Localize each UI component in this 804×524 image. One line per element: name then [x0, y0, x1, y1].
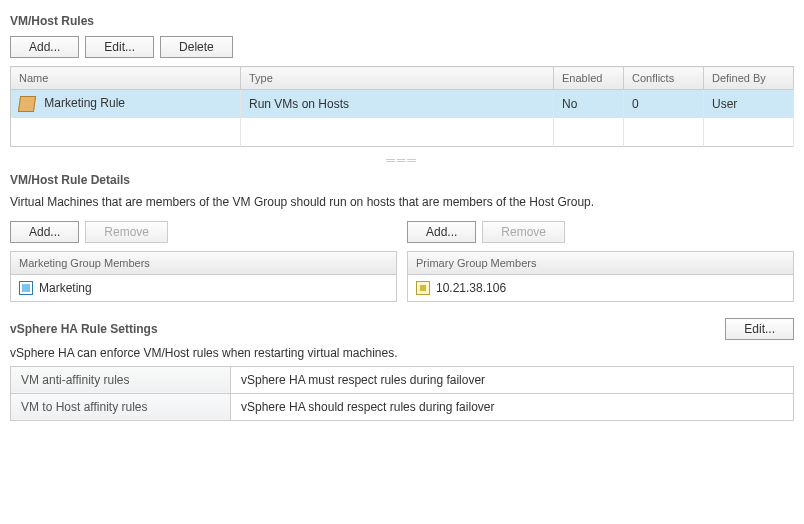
- edit-rule-button[interactable]: Edit...: [85, 36, 154, 58]
- rules-table: Name Type Enabled Conflicts Defined By M…: [10, 66, 794, 147]
- ha-row-key: VM to Host affinity rules: [11, 393, 231, 420]
- col-type[interactable]: Type: [241, 67, 554, 90]
- vmgroup-remove-button: Remove: [85, 221, 168, 243]
- ha-row-value: vSphere HA must respect rules during fai…: [231, 366, 794, 393]
- rule-name: Marketing Rule: [44, 96, 125, 110]
- delete-rule-button[interactable]: Delete: [160, 36, 233, 58]
- vmgroup-header: Marketing Group Members: [11, 252, 396, 275]
- rule-conflicts: 0: [624, 90, 704, 119]
- rule-details-description: Virtual Machines that are members of the…: [10, 195, 794, 209]
- splitter-grip-icon[interactable]: ═══: [10, 153, 794, 167]
- list-item[interactable]: 10.21.38.106: [408, 275, 793, 301]
- rule-type: Run VMs on Hosts: [241, 90, 554, 119]
- list-item[interactable]: Marketing: [11, 275, 396, 301]
- table-row[interactable]: Marketing Rule Run VMs on Hosts No 0 Use…: [11, 90, 794, 119]
- vmgroup-panel: Marketing Group Members Marketing: [10, 251, 397, 302]
- hostgroup-header: Primary Group Members: [408, 252, 793, 275]
- col-enabled[interactable]: Enabled: [554, 67, 624, 90]
- vmgroup-add-button[interactable]: Add...: [10, 221, 79, 243]
- hostgroup-item-label: 10.21.38.106: [436, 281, 506, 295]
- rules-toolbar: Add... Edit... Delete: [10, 36, 794, 58]
- col-name[interactable]: Name: [11, 67, 241, 90]
- ha-row-value: vSphere HA should respect rules during f…: [231, 393, 794, 420]
- add-rule-button[interactable]: Add...: [10, 36, 79, 58]
- ha-rules-table: VM anti-affinity rules vSphere HA must r…: [10, 366, 794, 421]
- rule-icon: [18, 96, 36, 112]
- hostgroup-add-button[interactable]: Add...: [407, 221, 476, 243]
- rule-enabled: No: [554, 90, 624, 119]
- table-row: VM to Host affinity rules vSphere HA sho…: [11, 393, 794, 420]
- ha-settings-title: vSphere HA Rule Settings: [10, 322, 158, 336]
- hostgroup-panel: Primary Group Members 10.21.38.106: [407, 251, 794, 302]
- host-icon: [416, 281, 430, 295]
- vmgroup-item-label: Marketing: [39, 281, 92, 295]
- ha-description: vSphere HA can enforce VM/Host rules whe…: [10, 346, 794, 360]
- col-conflicts[interactable]: Conflicts: [624, 67, 704, 90]
- vm-host-rules-title: VM/Host Rules: [10, 14, 794, 28]
- col-definedby[interactable]: Defined By: [704, 67, 794, 90]
- rule-details-title: VM/Host Rule Details: [10, 173, 794, 187]
- ha-row-key: VM anti-affinity rules: [11, 366, 231, 393]
- table-row-empty: [11, 118, 794, 146]
- hostgroup-remove-button: Remove: [482, 221, 565, 243]
- table-row: VM anti-affinity rules vSphere HA must r…: [11, 366, 794, 393]
- rule-definedby: User: [704, 90, 794, 119]
- vm-group-icon: [19, 281, 33, 295]
- ha-edit-button[interactable]: Edit...: [725, 318, 794, 340]
